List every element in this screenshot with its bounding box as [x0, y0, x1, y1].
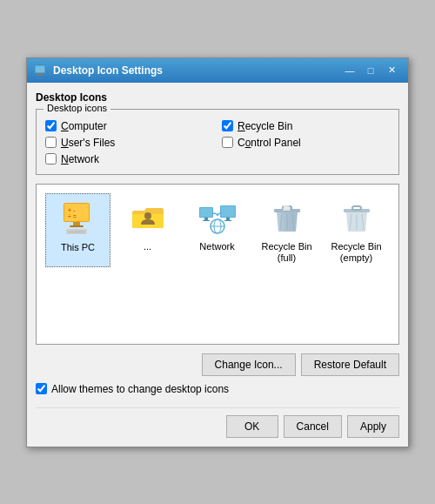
- recycle-empty-graphic: [336, 197, 378, 239]
- ok-button[interactable]: OK: [226, 415, 278, 438]
- svg-point-13: [144, 212, 151, 219]
- svg-rect-9: [70, 225, 84, 227]
- svg-text:÷ =: ÷ =: [68, 213, 77, 219]
- change-icon-button[interactable]: Change Icon...: [202, 353, 296, 376]
- titlebar: Desktop Icon Settings — □ ✕: [27, 58, 408, 83]
- window-icon: [34, 64, 48, 77]
- recycle-bin-label[interactable]: Recycle Bin: [238, 120, 292, 132]
- icon-recycle-empty[interactable]: Recycle Bin (empty): [324, 193, 389, 267]
- content-area: Desktop Icons Desktop icons Computer Rec…: [27, 83, 408, 447]
- computer-checkbox[interactable]: [45, 120, 57, 131]
- network-checkbox[interactable]: [45, 153, 57, 165]
- userfiles-label-icon: ...: [144, 241, 151, 252]
- svg-rect-19: [221, 206, 235, 217]
- controlpanel-label[interactable]: Control Panel: [238, 137, 301, 149]
- allow-themes-row: Allow themes to change desktop icons: [36, 383, 399, 395]
- icon-grid[interactable]: + - ÷ = This PC: [36, 184, 399, 345]
- svg-rect-17: [203, 220, 210, 221]
- checkbox-recycle: Recycle Bin: [222, 120, 390, 132]
- icon-action-buttons: Change Icon... Restore Default: [36, 353, 399, 376]
- allow-themes-checkbox[interactable]: [36, 383, 47, 394]
- group-box-title: Desktop icons: [44, 103, 110, 113]
- recycle-empty-label: Recycle Bin (empty): [327, 241, 385, 264]
- icon-this-pc[interactable]: + - ÷ = This PC: [45, 193, 110, 267]
- recycle-full-label: Recycle Bin (full): [258, 241, 316, 264]
- checkbox-userfiles: User's Files: [45, 137, 213, 149]
- recycle-full-graphic: [266, 197, 308, 239]
- checkboxes-grid: Computer Recycle Bin User's Files Contro…: [45, 117, 390, 165]
- svg-rect-3: [36, 75, 44, 76]
- svg-rect-8: [73, 222, 80, 225]
- desktop-icon-settings-window: Desktop Icon Settings — □ ✕ Desktop Icon…: [26, 57, 409, 447]
- desktop-icons-group: Desktop icons Computer Recycle Bin User'…: [36, 109, 399, 175]
- svg-rect-2: [37, 73, 43, 75]
- svg-rect-1: [36, 66, 44, 72]
- svg-text:+ -: + -: [68, 207, 76, 213]
- icon-recycle-full[interactable]: Recycle Bin (full): [254, 193, 319, 267]
- checkbox-computer: Computer: [45, 120, 213, 132]
- svg-rect-12: [68, 232, 85, 233]
- cancel-button[interactable]: Cancel: [284, 415, 342, 438]
- section-label: Desktop Icons: [36, 91, 399, 104]
- titlebar-controls: — □ ✕: [340, 63, 401, 78]
- close-button[interactable]: ✕: [382, 63, 401, 78]
- restore-default-button[interactable]: Restore Default: [301, 353, 399, 376]
- minimize-button[interactable]: —: [340, 63, 359, 78]
- checkbox-controlpanel: Control Panel: [222, 137, 390, 149]
- recycle-bin-checkbox[interactable]: [222, 120, 233, 131]
- network-graphic: [197, 197, 238, 239]
- window-title: Desktop Icon Settings: [53, 64, 163, 77]
- computer-label[interactable]: Computer: [61, 120, 107, 132]
- checkbox-network: Network: [45, 153, 213, 165]
- network-label-icon: Network: [199, 241, 234, 252]
- userfiles-checkbox[interactable]: [45, 137, 57, 148]
- this-pc-graphic: + - ÷ =: [57, 198, 99, 239]
- svg-rect-15: [200, 208, 212, 217]
- maximize-button[interactable]: □: [361, 63, 380, 78]
- allow-themes-label[interactable]: Allow themes to change desktop icons: [51, 383, 229, 395]
- userfiles-label[interactable]: User's Files: [61, 137, 115, 149]
- icon-network[interactable]: Network: [184, 193, 250, 267]
- controlpanel-checkbox[interactable]: [222, 137, 233, 148]
- svg-rect-21: [224, 220, 231, 221]
- svg-rect-20: [226, 218, 230, 220]
- svg-rect-11: [68, 231, 85, 232]
- this-pc-label: This PC: [61, 242, 95, 253]
- titlebar-left: Desktop Icon Settings: [34, 64, 163, 77]
- apply-button[interactable]: Apply: [347, 415, 399, 438]
- icon-user-files[interactable]: ...: [115, 193, 180, 267]
- svg-rect-16: [204, 218, 208, 220]
- network-label[interactable]: Network: [61, 153, 99, 165]
- svg-rect-31: [352, 206, 361, 210]
- footer-buttons: OK Cancel Apply: [36, 407, 399, 438]
- userfiles-graphic: [127, 197, 169, 239]
